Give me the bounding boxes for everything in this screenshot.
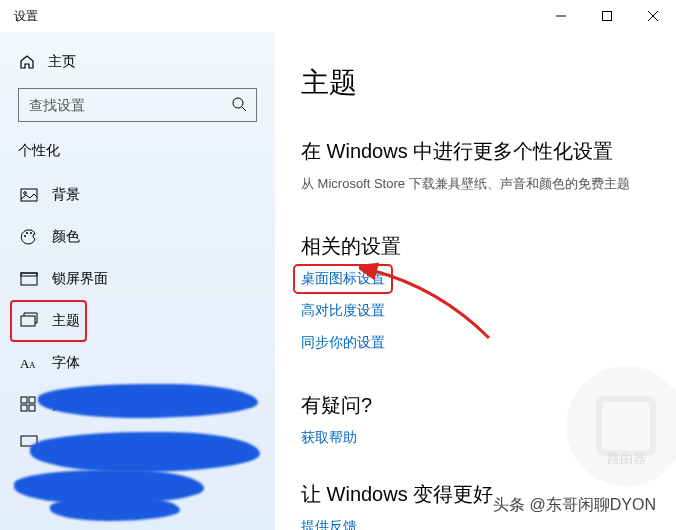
page-title: 主题 [301,64,652,102]
lockscreen-icon [20,270,38,288]
image-icon [20,186,38,204]
svg-line-5 [242,107,246,111]
annotation-smudge [50,497,180,521]
home-label: 主页 [48,53,76,71]
svg-point-10 [30,232,32,234]
sidebar-item-themes[interactable]: 主题 [18,300,257,342]
svg-rect-12 [21,273,37,276]
svg-rect-16 [21,397,27,403]
svg-rect-13 [21,316,35,326]
svg-rect-11 [21,273,37,285]
svg-rect-17 [29,397,35,403]
link-get-help[interactable]: 获取帮助 [301,429,357,447]
link-high-contrast[interactable]: 高对比度设置 [301,302,385,320]
start-icon [20,396,38,414]
close-button[interactable] [630,0,676,32]
search-input[interactable] [18,88,257,122]
sidebar-item-background[interactable]: 背景 [18,174,257,216]
svg-point-4 [233,98,243,108]
section-more-personalize-desc: 从 Microsoft Store 下载兼具壁纸、声音和颜色的免费主题 [301,175,652,193]
link-sync-settings[interactable]: 同步你的设置 [301,334,385,352]
minimize-button[interactable] [538,0,584,32]
sidebar-item-label: 锁屏界面 [52,270,108,288]
sidebar-item-lockscreen[interactable]: 锁屏界面 [18,258,257,300]
svg-point-9 [26,232,28,234]
close-icon [648,11,658,21]
home-nav[interactable]: 主页 [18,42,257,82]
maximize-icon [602,11,612,21]
related-settings-head: 相关的设置 [301,233,652,260]
main-content: 主题 在 Windows 中进行更多个性化设置 从 Microsoft Stor… [275,32,676,530]
link-feedback[interactable]: 提供反馈 [301,518,357,530]
titlebar: 设置 [0,0,676,32]
svg-text:A: A [29,360,36,370]
minimize-icon [556,11,566,21]
search-icon [231,96,247,112]
section-header: 个性化 [18,142,257,160]
search-row [18,88,257,122]
sidebar-item-colors[interactable]: 颜色 [18,216,257,258]
sidebar-item-label: 字体 [52,354,80,372]
annotation-smudge [38,384,258,418]
svg-point-8 [24,235,26,237]
sidebar-item-label: 主题 [52,312,80,330]
theme-icon [20,312,38,330]
sidebar-item-label: 颜色 [52,228,80,246]
svg-rect-18 [21,405,27,411]
svg-rect-1 [603,12,612,21]
sidebar: 主页 个性化 背景 [0,32,275,530]
svg-point-7 [24,192,27,195]
maximize-button[interactable] [584,0,630,32]
palette-icon [20,228,38,246]
home-icon [18,53,36,71]
section-more-personalize-head: 在 Windows 中进行更多个性化设置 [301,138,652,165]
watermark-text: 头条 @东哥闲聊DYON [493,495,656,516]
watermark-badge: 路由器 [566,366,676,486]
watermark-badge-text: 路由器 [607,450,646,468]
annotation-smudge [30,432,260,472]
link-desktop-icon-settings[interactable]: 桌面图标设置 [301,270,385,288]
window-title: 设置 [14,8,38,25]
window-controls [538,0,676,32]
sidebar-item-label: 背景 [52,186,80,204]
sidebar-item-fonts[interactable]: AA 字体 [18,342,257,384]
font-icon: AA [20,354,38,372]
svg-rect-19 [29,405,35,411]
settings-window: 设置 主页 [0,0,676,530]
